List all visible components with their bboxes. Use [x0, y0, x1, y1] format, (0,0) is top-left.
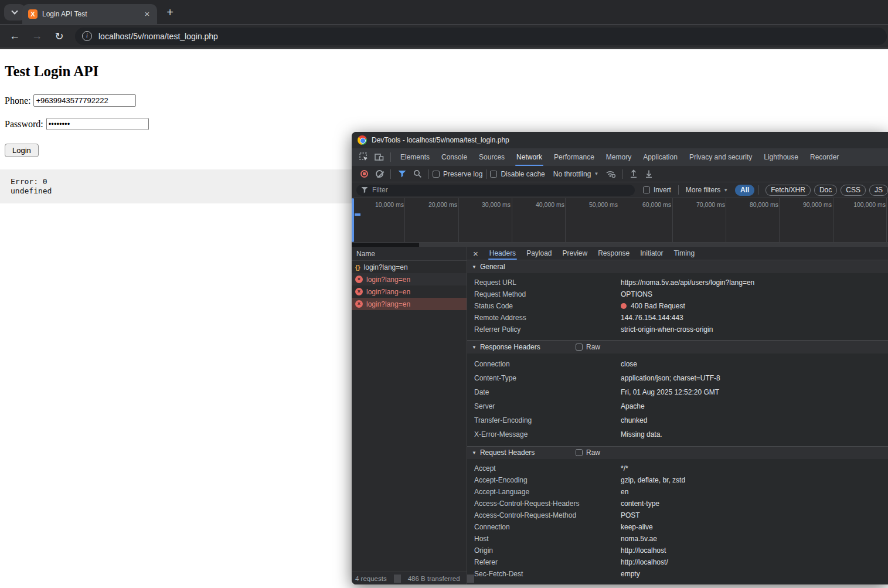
- request-headers-section-header[interactable]: ▼ Request Headers Raw: [467, 446, 888, 459]
- invert-checkbox[interactable]: [643, 186, 650, 193]
- throttling-caret-icon[interactable]: ▼: [594, 171, 598, 176]
- phone-input[interactable]: [33, 94, 136, 107]
- preserve-log-checkbox[interactable]: [433, 171, 440, 178]
- device-toolbar-icon[interactable]: [373, 151, 386, 164]
- devtools-titlebar[interactable]: DevTools - localhost/5v/noma/test_login.…: [352, 132, 888, 148]
- detail-tab-initiator[interactable]: Initiator: [635, 247, 668, 260]
- request-detail-panel: × Headers Payload Preview Response Initi…: [467, 247, 888, 584]
- new-tab-button[interactable]: +: [162, 5, 178, 21]
- name-column-header[interactable]: Name: [352, 247, 467, 261]
- header-row: Request Method OPTIONS: [467, 288, 888, 300]
- header-row: Accept-Encoding gzip, deflate, br, zstd: [467, 474, 888, 486]
- filter-pill-css[interactable]: CSS: [841, 185, 866, 196]
- tab-sources[interactable]: Sources: [473, 148, 511, 166]
- detail-tab-payload[interactable]: Payload: [521, 247, 557, 260]
- request-name: login?lang=en: [364, 263, 408, 271]
- header-value: OPTIONS: [621, 290, 652, 298]
- header-row: Accept-Language en: [467, 486, 888, 498]
- tab-lighthouse[interactable]: Lighthouse: [758, 148, 804, 166]
- site-info-icon[interactable]: i: [82, 31, 92, 41]
- header-row: Transfer-Encoding chunked: [467, 413, 888, 427]
- request-row[interactable]: × login?lang=en: [352, 273, 467, 285]
- response-headers-section-header[interactable]: ▼ Response Headers Raw: [467, 340, 888, 353]
- request-row-selected[interactable]: × login?lang=en: [352, 298, 467, 310]
- tab-memory[interactable]: Memory: [600, 148, 637, 166]
- inspect-element-icon[interactable]: [358, 151, 370, 164]
- record-network-log-icon[interactable]: [358, 168, 370, 181]
- header-name: Accept-Language: [474, 488, 621, 496]
- header-value: close: [621, 360, 637, 368]
- header-name: Referer: [474, 558, 621, 566]
- detail-tab-preview[interactable]: Preview: [557, 247, 593, 260]
- search-icon[interactable]: [411, 168, 424, 181]
- tab-elements[interactable]: Elements: [394, 148, 436, 166]
- network-status-bar: 4 requests 486 B transferred: [352, 572, 467, 584]
- header-value: http://localhost: [621, 546, 666, 555]
- divider: [678, 185, 679, 195]
- filter-pill-doc[interactable]: Doc: [814, 185, 837, 196]
- request-row[interactable]: × login?lang=en: [352, 285, 467, 298]
- filter-pill-all[interactable]: All: [735, 185, 754, 196]
- back-icon[interactable]: ←: [7, 30, 22, 42]
- response-header-rows: Connection close Content-Type applicatio…: [467, 354, 888, 446]
- disable-cache-checkbox[interactable]: [490, 171, 497, 178]
- general-section-header[interactable]: ▼ General: [467, 260, 888, 273]
- json-doc-icon: {}: [355, 264, 360, 271]
- request-row[interactable]: {} login?lang=en: [352, 261, 467, 273]
- header-row: Referer http://localhost/: [467, 556, 888, 568]
- response-headers-title: Response Headers: [480, 343, 540, 351]
- filter-icon[interactable]: [396, 168, 409, 181]
- tab-close-icon[interactable]: ×: [142, 9, 152, 19]
- filter-pill-js[interactable]: JS: [869, 185, 888, 196]
- invert-label: Invert: [654, 186, 671, 194]
- clear-network-log-icon[interactable]: [373, 168, 386, 181]
- tab-network[interactable]: Network: [511, 148, 548, 166]
- close-detail-icon[interactable]: ×: [473, 249, 478, 259]
- tab-console[interactable]: Console: [436, 148, 473, 166]
- tab-recorder[interactable]: Recorder: [804, 148, 845, 166]
- header-value: content-type: [621, 499, 659, 508]
- header-name: Status Code: [474, 302, 621, 310]
- tab-privacy-security[interactable]: Privacy and security: [683, 148, 758, 166]
- raw-checkbox[interactable]: [576, 449, 583, 456]
- filter-pill-fetch-xhr[interactable]: Fetch/XHR: [765, 185, 811, 196]
- triangle-down-icon: ▼: [472, 264, 477, 270]
- header-value: chunked: [621, 416, 647, 424]
- header-row: Connection close: [467, 357, 888, 371]
- tab-application[interactable]: Application: [637, 148, 683, 166]
- header-value: Apache: [621, 402, 645, 410]
- timeline-scrollbar[interactable]: [352, 243, 888, 247]
- raw-label: Raw: [586, 343, 600, 351]
- throttling-select[interactable]: No throttling: [553, 170, 591, 178]
- more-filters-button[interactable]: More filters: [686, 186, 720, 194]
- forward-icon[interactable]: →: [29, 30, 45, 42]
- header-value: */*: [621, 464, 628, 473]
- detail-tab-headers[interactable]: Headers: [484, 247, 521, 260]
- triangle-down-icon: ▼: [472, 345, 477, 350]
- timeline-selection-edge[interactable]: [352, 198, 354, 242]
- network-overview-timeline[interactable]: 10,000 ms 20,000 ms 30,000 ms 40,000 ms …: [352, 198, 888, 243]
- login-button[interactable]: Login: [5, 144, 39, 157]
- raw-checkbox[interactable]: [576, 344, 583, 351]
- header-value: noma.5v.ae: [621, 535, 657, 543]
- network-conditions-icon[interactable]: [604, 168, 617, 181]
- detail-tab-response[interactable]: Response: [593, 247, 635, 260]
- detail-tab-timing[interactable]: Timing: [669, 247, 700, 260]
- timeline-scrollbar-thumb[interactable]: [419, 243, 888, 247]
- timeline-tick: 100,000 ms: [835, 201, 886, 208]
- status-dot-icon: [621, 303, 627, 309]
- header-row: Server Apache: [467, 399, 888, 413]
- address-bar[interactable]: i localhost/5v/noma/test_login.php: [75, 28, 887, 45]
- header-name: Accept: [474, 464, 621, 473]
- reload-icon[interactable]: ↻: [52, 30, 67, 43]
- browser-tab[interactable]: X Login API Test ×: [22, 4, 157, 24]
- tab-performance[interactable]: Performance: [548, 148, 600, 166]
- import-har-icon[interactable]: [627, 168, 640, 181]
- timeline-tick: 30,000 ms: [460, 201, 511, 208]
- export-har-icon[interactable]: [642, 168, 655, 181]
- url-text[interactable]: localhost/5v/noma/test_login.php: [98, 32, 218, 41]
- password-input[interactable]: [46, 118, 149, 130]
- header-name: Date: [474, 388, 621, 396]
- filter-input[interactable]: Filter: [356, 185, 635, 196]
- header-name: Request Method: [474, 290, 621, 298]
